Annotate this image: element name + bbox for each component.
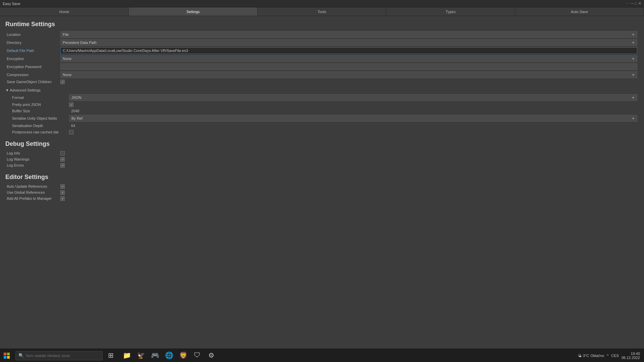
buffer-size-label: Buffer Size [11, 108, 68, 114]
taskbar-app-chrome[interactable]: 🌐 [162, 349, 176, 362]
postprocess-raw-checkbox[interactable] [69, 130, 73, 134]
location-dropdown-arrow: ▼ [632, 33, 635, 37]
directory-label: Directory [5, 39, 59, 47]
taskbar-app-file-explorer[interactable]: 📁 [120, 349, 133, 362]
steam-icon: 🎮 [151, 351, 159, 359]
serialisation-depth-value: 64 [68, 122, 639, 129]
debug-settings-title: Debug Settings [5, 140, 639, 147]
serialisation-depth-text: 64 [69, 123, 77, 128]
file-explorer-icon: 📁 [123, 351, 131, 359]
title-bar-maximize[interactable]: □ [635, 1, 637, 6]
format-label: Format [11, 94, 68, 102]
title-bar-minimize[interactable]: ─ [631, 1, 634, 6]
editor-section: Editor Settings Auto Update References U… [5, 174, 639, 201]
directory-dropdown[interactable]: Persistent Data Path ▼ [60, 39, 637, 46]
tab-autosave[interactable]: Auto Save [515, 7, 644, 16]
tray-chevron[interactable]: ^ [607, 354, 608, 358]
title-bar-more[interactable]: ⋯ [626, 1, 630, 6]
default-file-path-input[interactable] [60, 47, 637, 54]
compression-dropdown[interactable]: None ▼ [60, 71, 637, 78]
encryption-password-value [59, 63, 639, 71]
location-value: File ▼ [59, 31, 639, 39]
debug-settings-grid: Log Info Log Warnings Log Errors [5, 150, 639, 168]
title-bar-text: Easy Save [3, 2, 20, 6]
encryption-password-label: Encryption Password [5, 63, 59, 71]
title-bar: Easy Save ⋯ ─ □ ✕ [0, 0, 644, 7]
runtime-settings-title: Runtime Settings [5, 21, 639, 28]
task-view-icon: ⊞ [108, 351, 114, 359]
search-input[interactable] [26, 354, 100, 358]
taskbar-right: 🌤 3°C Oblačno ^ CES 19:40 06.12.2022 [578, 352, 644, 360]
weather-condition: Oblačno [590, 354, 604, 358]
add-all-prefabs-value [59, 195, 639, 201]
encryption-label: Encryption [5, 55, 59, 63]
taskbar-app-vpn[interactable]: 🛡 [191, 349, 204, 362]
editor-settings-grid: Auto Update References Use Global Refere… [5, 183, 639, 201]
format-dropdown-arrow: ▼ [632, 96, 635, 100]
tab-tools[interactable]: Tools [258, 7, 386, 16]
auto-update-references-label: Auto Update References [5, 183, 59, 189]
auto-update-references-checkbox[interactable] [60, 184, 65, 189]
default-file-path-value [59, 47, 639, 55]
log-errors-checkbox[interactable] [60, 163, 65, 168]
start-button[interactable] [0, 349, 13, 362]
log-warnings-checkbox[interactable] [60, 157, 65, 162]
runtime-settings-grid: Location File ▼ Directory Persistent Dat… [5, 31, 639, 85]
location-label: Location [5, 31, 59, 39]
windows-logo-icon [4, 353, 10, 359]
tab-types[interactable]: Types [386, 7, 515, 16]
taskbar-app-opera[interactable]: 🦁 [176, 349, 190, 362]
clock-date: 06.12.2022 [622, 356, 640, 360]
compression-value: None ▼ [59, 71, 639, 79]
title-bar-close[interactable]: ✕ [638, 1, 641, 6]
opera-icon: 🦁 [179, 351, 187, 359]
advanced-settings-grid: Format JSON ▼ Pretty print JSON Buffer S… [5, 94, 639, 135]
directory-dropdown-arrow: ▼ [632, 41, 635, 45]
format-dropdown[interactable]: JSON ▼ [69, 94, 637, 101]
encryption-dropdown[interactable]: None ▼ [60, 55, 637, 62]
main-content: Runtime Settings Location File ▼ Directo… [0, 16, 644, 349]
tab-home[interactable]: Home [0, 7, 129, 16]
postprocess-raw-value [68, 129, 639, 135]
add-all-prefabs-checkbox[interactable] [60, 196, 65, 201]
pretty-print-json-checkbox[interactable] [69, 103, 73, 107]
auto-update-references-value [59, 183, 639, 189]
buffer-size-text: 2048 [69, 108, 81, 114]
log-info-label: Log Info [5, 150, 59, 156]
chrome-icon: 🌐 [165, 351, 173, 359]
weather-info: 🌤 3°C Oblačno [578, 354, 604, 358]
encryption-value: None ▼ [59, 55, 639, 63]
use-global-references-checkbox[interactable] [60, 190, 65, 195]
search-icon: 🔍 [18, 353, 24, 358]
pretty-print-json-value [68, 102, 639, 108]
taskbar-app-steam[interactable]: 🎮 [148, 349, 162, 362]
taskbar-app-bird[interactable]: 🦅 [134, 349, 148, 362]
taskbar-search[interactable]: 🔍 [15, 351, 103, 360]
weather-icon: 🌤 [578, 354, 582, 358]
add-all-prefabs-label: Add All Prefabs to Manager [5, 195, 59, 201]
compression-dropdown-arrow: ▼ [632, 73, 635, 77]
task-view-button[interactable]: ⊞ [104, 349, 117, 362]
encryption-password-input[interactable] [60, 63, 637, 70]
serialise-unity-object-fields-value: By Ref ▼ [68, 114, 639, 122]
postprocess-raw-label: Postprocess raw cached dat [11, 129, 68, 135]
system-tray[interactable]: ^ [607, 354, 608, 358]
advanced-settings-title[interactable]: ▼ Advanced Settings [5, 86, 639, 94]
serialise-unity-object-fields-label: Serialise Unity Object fields [11, 114, 68, 122]
log-info-checkbox[interactable] [60, 151, 65, 156]
serialise-unity-object-fields-dropdown[interactable]: By Ref ▼ [69, 115, 637, 122]
save-gameobject-children-label: Save GameObject Children [5, 79, 59, 85]
use-global-references-value [59, 189, 639, 195]
save-gameobject-children-value [59, 79, 639, 85]
serialisation-depth-label: Serialisation Depth [11, 122, 68, 129]
taskbar-apps: 📁 🦅 🎮 🌐 🦁 🛡 ⚙ [120, 349, 218, 362]
tab-settings[interactable]: Settings [129, 7, 258, 16]
log-errors-label: Log Errors [5, 162, 59, 168]
save-gameobject-children-checkbox[interactable] [60, 80, 65, 84]
title-bar-controls[interactable]: ⋯ ─ □ ✕ [626, 1, 641, 6]
bird-icon: 🦅 [137, 351, 145, 359]
location-dropdown[interactable]: File ▼ [60, 31, 637, 38]
compression-label: Compression [5, 71, 59, 79]
format-value: JSON ▼ [68, 94, 639, 102]
taskbar-app-unity[interactable]: ⚙ [205, 349, 218, 362]
